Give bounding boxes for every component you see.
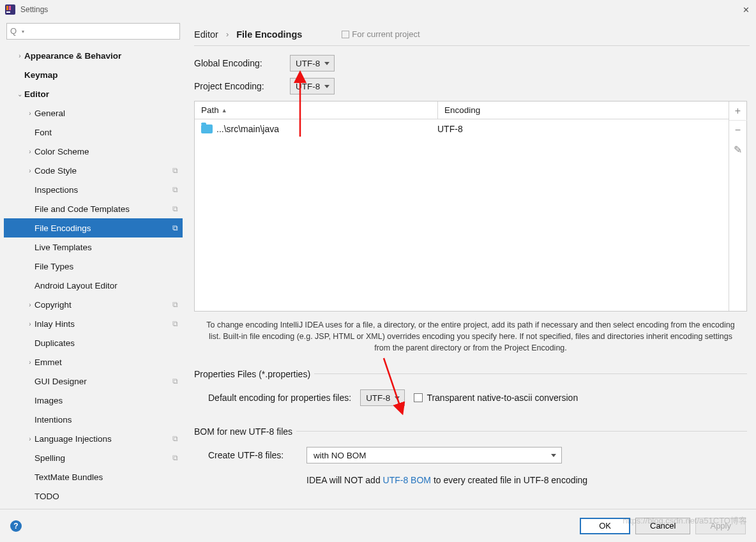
bom-label: Create UTF-8 files: <box>208 450 298 460</box>
tree-item-language-injections[interactable]: ›Language Injections⧉ <box>4 429 183 448</box>
tree-item-label: Images <box>34 396 183 405</box>
sort-asc-icon: ▲ <box>222 107 227 114</box>
search-input-wrap: Q ▾ <box>6 23 180 40</box>
global-encoding-combo[interactable]: UTF-8 <box>290 55 335 72</box>
expand-icon: › <box>26 435 34 442</box>
tree-item-label: Duplicates <box>34 338 183 348</box>
expand-icon: ⌄ <box>15 91 24 98</box>
tree-item-code-style[interactable]: ›Code Style⧉ <box>4 161 183 180</box>
cancel-button[interactable]: Cancel <box>635 518 690 534</box>
bom-note-1: IDEA will NOT add <box>306 475 383 485</box>
tree-item-file-encodings[interactable]: File Encodings⧉ <box>4 218 183 237</box>
tree-item-label: Editor <box>24 89 183 99</box>
tree-item-intentions[interactable]: Intentions <box>4 410 183 429</box>
tree-item-android-layout-editor[interactable]: Android Layout Editor <box>4 276 183 295</box>
titlebar: Settings ✕ <box>0 0 756 19</box>
table-header: Path ▲ Encoding <box>195 102 729 119</box>
add-button[interactable]: + <box>729 102 747 121</box>
tree-item-gui-designer[interactable]: GUI Designer⧉ <box>4 372 183 391</box>
breadcrumb-a[interactable]: Editor <box>194 29 218 40</box>
native-to-ascii-checkbox[interactable]: Transparent native-to-ascii conversion <box>414 393 578 403</box>
main-panel: Editor › File Encodings For current proj… <box>183 23 750 509</box>
close-icon[interactable]: ✕ <box>741 4 751 15</box>
tree-item-todo[interactable]: TODO <box>4 486 183 506</box>
col-encoding[interactable]: Encoding <box>437 102 729 119</box>
tree-item-copyright[interactable]: ›Copyright⧉ <box>4 295 183 314</box>
settings-tree: ›Appearance & BehaviorKeymap⌄Editor›Gene… <box>4 43 183 509</box>
bom-note-2: to every created file in UTF-8 encoding <box>431 475 587 485</box>
divider <box>296 431 747 432</box>
props-encoding-value: UTF-8 <box>366 393 390 403</box>
help-text: To change encoding IntelliJ IDEA uses fo… <box>194 312 747 365</box>
tree-item-label: TODO <box>34 492 183 501</box>
scope-label: For current project <box>342 29 420 39</box>
breadcrumb-sep: › <box>226 29 229 39</box>
tree-item-label: Spelling <box>34 453 167 463</box>
tree-item-label: Live Templates <box>34 243 183 252</box>
tree-item-label: TextMate Bundles <box>34 472 183 482</box>
project-encoding-combo[interactable]: UTF-8 <box>290 78 335 94</box>
tree-item-color-scheme[interactable]: ›Color Scheme <box>4 142 183 161</box>
tree-item-duplicates[interactable]: Duplicates <box>4 333 183 352</box>
tree-item-spelling[interactable]: Spelling⧉ <box>4 448 183 467</box>
tree-item-label: Appearance & Behavior <box>24 51 183 61</box>
expand-icon: › <box>26 359 34 366</box>
global-encoding-value: UTF-8 <box>296 59 320 68</box>
row-encoding: UTF-8 <box>437 124 722 134</box>
tree-item-textmate-bundles[interactable]: TextMate Bundles <box>4 467 183 486</box>
expand-icon: › <box>15 52 24 59</box>
tree-item-editor[interactable]: ⌄Editor <box>4 84 183 103</box>
tree-item-live-templates[interactable]: Live Templates <box>4 237 183 257</box>
tree-item-inlay-hints[interactable]: ›Inlay Hints⧉ <box>4 314 183 333</box>
col-path[interactable]: Path ▲ <box>195 105 437 115</box>
help-icon[interactable]: ? <box>10 520 22 532</box>
breadcrumb: Editor › File Encodings For current proj… <box>194 23 750 46</box>
tree-item-font[interactable]: Font <box>4 123 183 142</box>
project-scope-icon: ⧉ <box>167 453 183 462</box>
tree-item-emmet[interactable]: ›Emmet <box>4 352 183 372</box>
edit-button[interactable]: ✎ <box>729 140 747 159</box>
footer: ? OK Cancel Apply https://blog.csdn.net/… <box>0 509 756 542</box>
svg-rect-2 <box>6 6 8 10</box>
col-path-label: Path <box>201 105 219 115</box>
bom-heading: BOM for new UTF-8 files <box>194 426 292 437</box>
project-scope-icon: ⧉ <box>167 166 183 175</box>
tree-item-inspections[interactable]: Inspections⧉ <box>4 180 183 199</box>
tree-item-file-and-code-templates[interactable]: File and Code Templates⧉ <box>4 199 183 218</box>
tree-item-general[interactable]: ›General <box>4 103 183 123</box>
breadcrumb-b: File Encodings <box>236 29 302 40</box>
project-encoding-label: Project Encoding: <box>194 81 290 91</box>
tree-item-images[interactable]: Images <box>4 391 183 410</box>
project-encoding-value: UTF-8 <box>296 82 320 91</box>
tree-item-label: Language Injections <box>34 434 167 444</box>
tree-item-appearance-behavior[interactable]: ›Appearance & Behavior <box>4 46 183 65</box>
path-encoding-table: Path ▲ Encoding ...\src\main\java UTF-8 … <box>194 101 747 312</box>
tree-item-file-types[interactable]: File Types <box>4 257 183 276</box>
apply-button[interactable]: Apply <box>695 518 746 534</box>
search-input[interactable] <box>6 23 180 40</box>
ok-button[interactable]: OK <box>580 518 630 534</box>
svg-rect-1 <box>6 11 10 13</box>
scope-text: For current project <box>352 29 420 39</box>
col-encoding-label: Encoding <box>444 105 480 115</box>
expand-icon: › <box>26 148 34 155</box>
tree-item-label: File Types <box>34 262 183 271</box>
remove-button[interactable]: − <box>729 121 747 140</box>
props-encoding-combo[interactable]: UTF-8 <box>360 389 405 406</box>
tree-item-label: Font <box>34 128 183 137</box>
project-scope-icon: ⧉ <box>167 434 183 443</box>
tree-item-label: Color Scheme <box>34 147 183 156</box>
bom-value: with NO BOM <box>314 451 367 460</box>
tree-item-keymap[interactable]: Keymap <box>4 65 183 84</box>
bom-combo[interactable]: with NO BOM <box>306 447 562 463</box>
project-scope-icon: ⧉ <box>167 300 183 309</box>
chevron-down-icon[interactable]: ▾ <box>22 29 24 34</box>
tree-item-label: GUI Designer <box>34 377 167 386</box>
utf8-bom-link[interactable]: UTF-8 BOM <box>383 475 431 485</box>
checkbox-box <box>414 393 423 402</box>
table-row[interactable]: ...\src\main\java UTF-8 <box>195 119 729 139</box>
tree-item-label: Emmet <box>34 358 183 367</box>
project-scope-icon: ⧉ <box>167 204 183 213</box>
divider <box>314 373 747 374</box>
window-title: Settings <box>20 5 741 14</box>
